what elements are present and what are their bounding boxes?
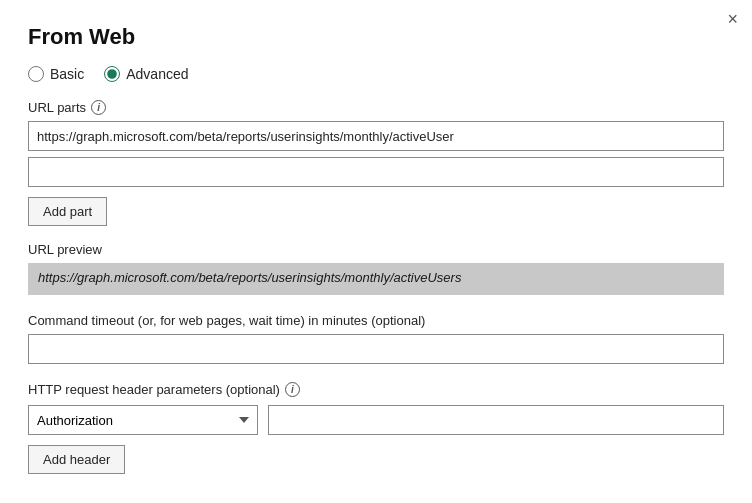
add-header-button[interactable]: Add header (28, 445, 125, 474)
add-part-button[interactable]: Add part (28, 197, 107, 226)
url-parts-info-icon[interactable]: i (91, 100, 106, 115)
basic-radio-label[interactable]: Basic (28, 66, 84, 82)
url-preview-label: URL preview (28, 242, 724, 257)
header-input-row: Authorization Accept Content-Type Custom (28, 405, 724, 435)
url-part-1-input[interactable] (28, 121, 724, 151)
advanced-radio[interactable] (104, 66, 120, 82)
mode-radio-group: Basic Advanced (28, 66, 724, 82)
from-web-dialog: × From Web Basic Advanced URL parts i Ad… (0, 0, 752, 503)
http-header-info-icon[interactable]: i (285, 382, 300, 397)
url-parts-label: URL parts i (28, 100, 724, 115)
advanced-radio-text: Advanced (126, 66, 188, 82)
basic-radio[interactable] (28, 66, 44, 82)
basic-radio-text: Basic (50, 66, 84, 82)
command-timeout-label: Command timeout (or, for web pages, wait… (28, 313, 724, 328)
advanced-radio-label[interactable]: Advanced (104, 66, 188, 82)
close-button[interactable]: × (727, 10, 738, 28)
url-part-2-input[interactable] (28, 157, 724, 187)
url-preview-box: https://graph.microsoft.com/beta/reports… (28, 263, 724, 295)
http-header-label: HTTP request header parameters (optional… (28, 382, 724, 397)
header-name-dropdown[interactable]: Authorization Accept Content-Type Custom (28, 405, 258, 435)
dialog-title: From Web (28, 24, 724, 50)
header-value-input[interactable] (268, 405, 724, 435)
command-timeout-input[interactable] (28, 334, 724, 364)
url-parts-inputs (28, 121, 724, 187)
